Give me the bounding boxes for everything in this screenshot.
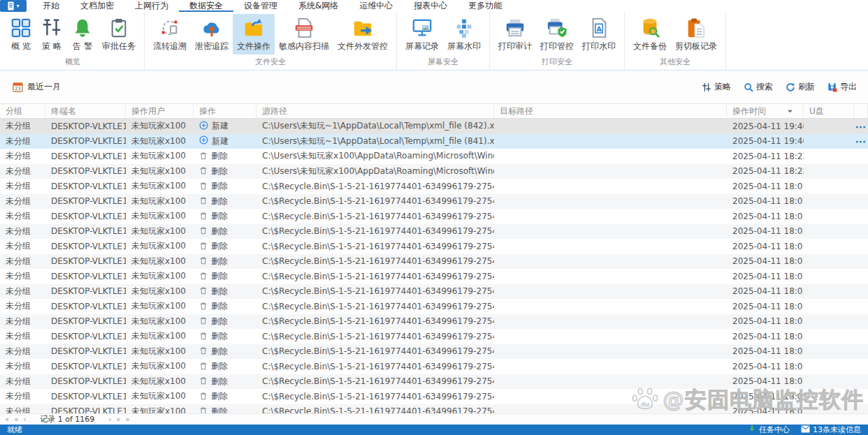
table-row[interactable]: 未分组DESKTOP-VLKTLE1未知玩家x100删除C:\$Recycle.… (0, 389, 868, 404)
table-row[interactable]: 未分组DESKTOP-VLKTLE1未知玩家x100删除C:\$Recycle.… (0, 224, 868, 239)
last-page-button[interactable]: » (124, 416, 130, 423)
ribbon-item-cloud-leak[interactable]: 泄密追踪 (191, 14, 233, 54)
menu-tab-9[interactable]: 更多功能 (458, 0, 512, 12)
ribbon-item-trace-cycle[interactable]: 流转追溯 (149, 14, 191, 54)
cell-action: 新建 (194, 135, 256, 147)
table-row[interactable]: 未分组DESKTOP-VLKTLE1未知玩家x100删除C:\$Recycle.… (0, 299, 868, 314)
row-actions-menu-icon[interactable] (855, 121, 866, 131)
menu-tab-8[interactable]: 报表中心 (403, 0, 458, 12)
ribbon-item-printer[interactable]: 打印审计 (494, 14, 536, 54)
table-row[interactable]: 未分组DESKTOP-VLKTLE1未知玩家x100删除C:\$Recycle.… (0, 344, 868, 360)
column-header-2[interactable]: 终端名 (45, 104, 126, 118)
column-header-9[interactable] (854, 104, 868, 118)
table-row[interactable]: 未分组DESKTOP-VLKTLE1未知玩家x100删除C:\$Recycle.… (0, 404, 868, 414)
toolbar-search-button[interactable]: 搜索 (744, 81, 773, 93)
statusbar-mail[interactable]: 13条未读信息 (801, 425, 861, 435)
table-row[interactable]: 未分组DESKTOP-VLKTLE1未知玩家x100删除C:\$Recycle.… (0, 269, 868, 284)
table-row[interactable]: 未分组DESKTOP-VLKTLE1未知玩家x100删除C:\$Recycle.… (0, 179, 868, 194)
sort-caret-icon[interactable] (787, 108, 793, 115)
menu-tab-3[interactable]: 上网行为 (124, 0, 179, 12)
table-row[interactable]: 未分组DESKTOP-VLKTLE1未知玩家x100删除C:\$Recycle.… (0, 239, 868, 254)
table-row[interactable]: 未分组DESKTOP-VLKTLE1未知玩家x100删除C:\$Recycle.… (0, 284, 868, 300)
ribbon-item-clipboard-check[interactable]: 审批任务 (98, 14, 140, 54)
menu-tab-7[interactable]: 运维中心 (349, 0, 403, 12)
ribbon-item-clipboard-record[interactable]: 剪切板记录 (671, 14, 721, 54)
trace-cycle-icon (159, 17, 181, 39)
ribbon-item-sliders[interactable]: 策 略 (36, 14, 67, 54)
download-arrow-icon (748, 425, 756, 435)
column-header-7[interactable]: 操作时间 (727, 104, 804, 118)
table-row[interactable]: 未分组DESKTOP-VLKTLE1未知玩家x100删除C:\$Recycle.… (0, 254, 868, 270)
cell-terminal: DESKTOP-VLKTLE1 (45, 362, 126, 371)
row-actions-menu-icon[interactable] (855, 136, 866, 146)
cloud-leak-icon (201, 17, 223, 39)
clipboard-record-icon (685, 17, 707, 39)
ribbon-item-printer-shield[interactable]: 打印管控 (536, 14, 578, 54)
ribbon-item-screen-watermark[interactable]: 屏幕水印 (443, 14, 485, 54)
table-row[interactable]: 未分组DESKTOP-VLKTLE1未知玩家x100删除C:\$Recycle.… (0, 359, 868, 374)
column-header-1[interactable]: 分组 (0, 104, 45, 118)
cell-terminal: DESKTOP-VLKTLE1 (45, 136, 126, 146)
cell-text: 未分组 (6, 316, 31, 327)
toolbar-export-button[interactable]: 导出 (827, 81, 857, 93)
table-row[interactable]: 未分组DESKTOP-VLKTLE1未知玩家x100删除C:\$Recycle.… (0, 374, 868, 390)
table-row[interactable]: 未分组DESKTOP-VLKTLE1未知玩家x100删除C:\$Recycle.… (0, 209, 868, 224)
cell-user: 未知玩家x100 (126, 120, 194, 132)
table-row[interactable]: 未分组DESKTOP-VLKTLE1未知玩家x100删除C:\$Recycle.… (0, 329, 868, 344)
menu-tab-4[interactable]: 数据安全 (179, 0, 233, 12)
cell-text: 2025-04-11 18:01:38 (732, 226, 804, 236)
ribbon-item-db-backup[interactable]: 文件备份 (629, 14, 671, 54)
cell-terminal: DESKTOP-VLKTLE1 (45, 226, 126, 236)
column-header-5[interactable]: 源路径 (256, 104, 494, 118)
trash-icon (199, 151, 208, 162)
ribbon-item-label: 文件外发管控 (338, 40, 388, 52)
ribbon-item-screen-record[interactable]: 屏幕记录 (401, 14, 443, 54)
column-header-8[interactable]: U盘 (804, 104, 854, 118)
ribbon-item-label: 文件操作 (237, 40, 270, 52)
column-header-6[interactable]: 目标路径 (494, 104, 727, 118)
column-header-4[interactable]: 操作 (194, 104, 256, 118)
cell-group: 未分组 (0, 376, 45, 388)
next-page-button[interactable]: › (108, 416, 112, 423)
cell-action: 删除 (194, 316, 256, 327)
column-header-3[interactable]: 操作用户 (126, 104, 194, 118)
next-group-button[interactable]: » (115, 416, 121, 423)
app-menu-button[interactable]: ▾ (0, 0, 27, 12)
table-row[interactable]: 未分组DESKTOP-VLKTLE1未知玩家x100删除C:\Users\未知玩… (0, 164, 868, 179)
ribbon-item-doc-watermark[interactable]: A打印水印 (578, 14, 620, 54)
ribbon-item-grid[interactable]: 概 览 (6, 14, 36, 54)
table-row[interactable]: 未分组DESKTOP-VLKTLE1未知玩家x100删除C:\$Recycle.… (0, 194, 868, 209)
cell-user: 未知玩家x100 (126, 256, 194, 267)
menu-tab-1[interactable]: 开始 (32, 0, 70, 12)
trash-icon (199, 271, 208, 282)
toolbar-refresh-button[interactable]: 刷新 (786, 81, 815, 93)
menu-tab-5[interactable]: 设备管理 (233, 0, 288, 12)
prev-page-button[interactable]: ‹ (22, 416, 27, 423)
table-row[interactable]: 未分组DESKTOP-VLKTLE1未知玩家x100新建C:\Users\未知玩… (0, 119, 868, 134)
ribbon-item-doc-scan[interactable]: 敏感内容扫描 (275, 14, 333, 54)
ribbon-item-bell[interactable]: 告 警 (67, 14, 98, 54)
statusbar-download-arrow[interactable]: 任务中心 (748, 425, 790, 435)
cell-text: DESKTOP-VLKTLE1 (51, 226, 126, 236)
cell-text: DESKTOP-VLKTLE1 (51, 121, 126, 131)
toolbar-sliders-small-button[interactable]: 策略 (702, 81, 731, 93)
date-range-filter[interactable]: 23 最近一月 (13, 81, 61, 93)
cell-text: 删除 (211, 256, 228, 267)
prev-group-button[interactable]: « (13, 416, 19, 423)
cell-terminal: DESKTOP-VLKTLE1 (45, 182, 126, 191)
cell-text: 2025-04-11 19:40:27 (732, 121, 804, 131)
menu-tab-6[interactable]: 系统&网络 (288, 0, 349, 12)
first-page-button[interactable]: « (4, 416, 10, 423)
table-row[interactable]: 未分组DESKTOP-VLKTLE1未知玩家x100删除C:\Users\未知玩… (0, 149, 868, 164)
menu-tab-2[interactable]: 文档加密 (70, 0, 124, 12)
cell-text: DESKTOP-VLKTLE1 (51, 406, 126, 413)
ribbon-item-label: 告 警 (73, 40, 92, 52)
cell-text: DESKTOP-VLKTLE1 (51, 286, 126, 296)
table-row[interactable]: 未分组DESKTOP-VLKTLE1未知玩家x100新建C:\Users\未知玩… (0, 134, 868, 149)
trash-icon (199, 301, 208, 312)
ribbon-item-folder-send[interactable]: 文件外发管控 (333, 14, 392, 54)
sliders-icon (41, 17, 63, 39)
table-row[interactable]: 未分组DESKTOP-VLKTLE1未知玩家x100删除C:\$Recycle.… (0, 314, 868, 330)
ribbon-item-folder-ops[interactable]: 文件操作 (233, 14, 275, 54)
cell-text: 未分组 (6, 180, 31, 192)
